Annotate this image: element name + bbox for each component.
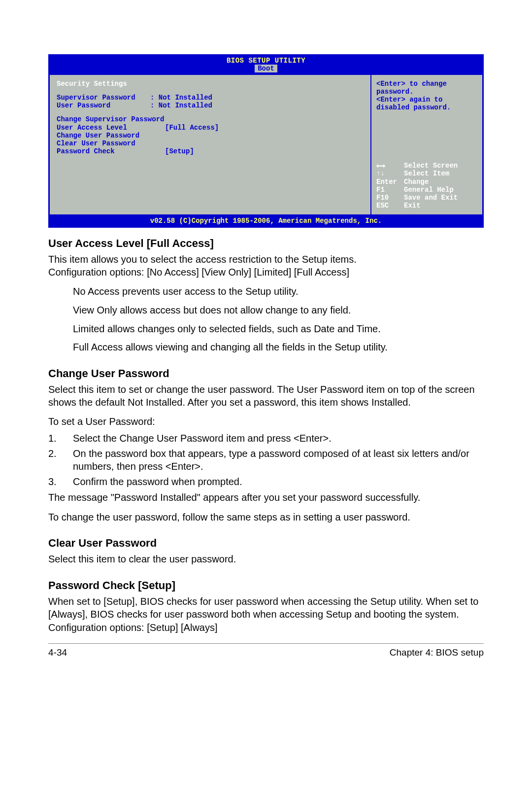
paragraph: Limited allows changes only to selected … <box>73 323 484 336</box>
menu-item-clear-user-password[interactable]: Clear User Password <box>57 139 365 147</box>
help-key-row: ↑↓Select Item <box>376 170 477 177</box>
paragraph: To change the user password, follow the … <box>48 511 484 524</box>
heading-user-access-level: User Access Level [Full Access] <box>48 237 484 250</box>
paragraph: No Access prevents user access to the Se… <box>73 285 484 298</box>
bios-main-panel: Security Settings Supervisor Password: N… <box>50 75 371 214</box>
bios-copyright: v02.58 (C)Copyright 1985-2006, American … <box>50 215 482 226</box>
help-text: password. <box>376 88 477 96</box>
chapter-label: Chapter 4: BIOS setup <box>390 647 484 659</box>
menu-item-user-access-level[interactable]: User Access Level[Full Access] <box>57 124 365 132</box>
help-key-row: F1General Help <box>376 186 477 194</box>
paragraph: Full Access allows viewing and changing … <box>73 341 484 354</box>
bios-tab-bar: Boot <box>50 65 482 74</box>
menu-item-change-user-password[interactable]: Change User Password <box>57 132 365 139</box>
paragraph: This item allows you to select the acces… <box>48 253 484 279</box>
paragraph: The message "Password Installed" appears… <box>48 491 484 504</box>
help-key-row: EnterChange <box>376 178 477 186</box>
menu-item-password-check[interactable]: Password Check[Setup] <box>57 147 365 155</box>
ordered-list: 1.Select the Change User Password item a… <box>48 432 484 488</box>
help-key-row: ESCExit <box>376 202 477 209</box>
list-item: 1.Select the Change User Password item a… <box>48 432 484 445</box>
heading-password-check: Password Check [Setup] <box>48 579 484 593</box>
paragraph: To set a User Password: <box>48 416 484 428</box>
list-item: 3.Confirm the password when prompted. <box>48 476 484 488</box>
arrows-lr-icon <box>376 164 385 168</box>
status-row: User Password: Not Installed <box>57 102 365 109</box>
list-item: 2.On the password box that appears, type… <box>48 448 484 473</box>
paragraph: When set to [Setup], BIOS checks for use… <box>48 595 484 621</box>
bios-title: BIOS SETUP UTILITY <box>50 56 482 65</box>
heading-change-user-password: Change User Password <box>48 367 484 381</box>
help-text: <Enter> to change <box>376 80 477 88</box>
bios-help-panel: <Enter> to change password. <Enter> agai… <box>371 75 482 214</box>
section-header: Security Settings <box>57 80 365 88</box>
help-text: <Enter> again to <box>376 96 477 104</box>
menu-item-change-supervisor-password[interactable]: Change Supervisor Password <box>57 115 365 123</box>
paragraph: Select this item to set or change the us… <box>48 384 484 409</box>
tab-boot[interactable]: Boot <box>255 65 277 72</box>
help-key-row: F10Save and Exit <box>376 194 477 202</box>
help-text: disabled password. <box>376 104 477 111</box>
status-row: Supervisor Password: Not Installed <box>57 94 365 102</box>
page-number: 4-34 <box>48 647 67 659</box>
bios-screenshot: BIOS SETUP UTILITY Boot Security Setting… <box>48 54 484 228</box>
help-key-row: Select Screen <box>376 162 477 170</box>
heading-clear-user-password: Clear User Password <box>48 536 484 550</box>
paragraph: View Only allows access but does not all… <box>73 304 484 317</box>
paragraph: Configuration options: [Setup] [Always] <box>48 622 484 634</box>
page-footer: 4-34 Chapter 4: BIOS setup <box>48 643 484 659</box>
document-body: User Access Level [Full Access] This ite… <box>48 237 484 659</box>
paragraph: Select this item to clear the user passw… <box>48 553 484 566</box>
